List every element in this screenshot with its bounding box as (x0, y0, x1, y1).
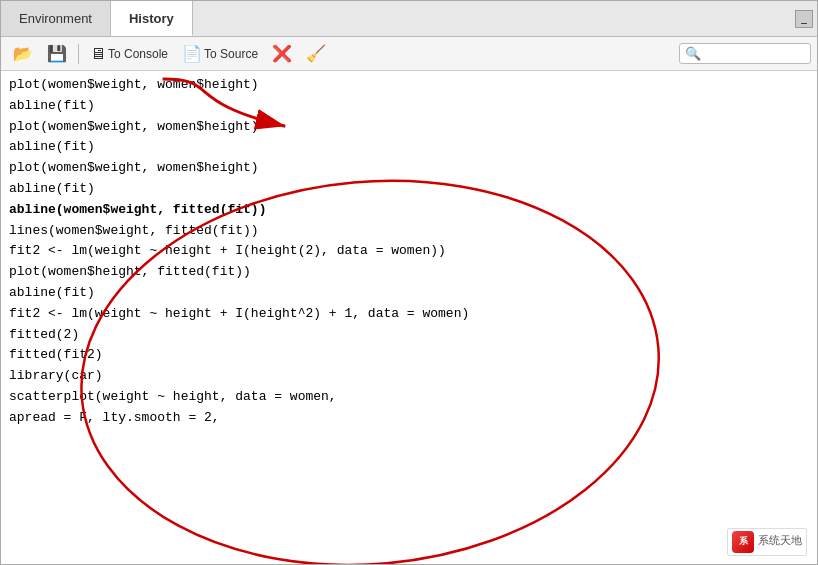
tab-bar: Environment History _ (1, 1, 817, 37)
code-line: plot(women$weight, women$height) (9, 75, 809, 96)
minimize-button[interactable]: _ (795, 10, 813, 28)
code-lines: plot(women$weight, women$height)abline(f… (9, 75, 809, 429)
load-button[interactable]: 📂 (7, 41, 39, 66)
main-window: Environment History _ 📂 💾 🖥 To Console 📄… (0, 0, 818, 565)
code-line: abline(fit) (9, 96, 809, 117)
code-line: fit2 <- lm(weight ~ height + I(height(2)… (9, 241, 809, 262)
code-line: abline(fit) (9, 137, 809, 158)
watermark: 系 系统天地 (727, 528, 807, 556)
to-source-button[interactable]: 📄 To Source (176, 41, 264, 66)
broom-button[interactable]: 🧹 (300, 41, 332, 66)
code-area[interactable]: plot(women$weight, women$height)abline(f… (1, 71, 817, 564)
code-line: fitted(2) (9, 325, 809, 346)
tab-history[interactable]: History (111, 1, 193, 36)
code-line: plot(women$height, fitted(fit)) (9, 262, 809, 283)
code-line: abline(women$weight, fitted(fit)) (9, 200, 809, 221)
broom-icon: 🧹 (306, 44, 326, 63)
to-source-icon: 📄 (182, 44, 202, 63)
code-line: abline(fit) (9, 283, 809, 304)
tab-environment[interactable]: Environment (1, 1, 111, 36)
search-icon: 🔍 (685, 46, 701, 61)
code-line: plot(women$weight, women$height) (9, 117, 809, 138)
code-line: plot(women$weight, women$height) (9, 158, 809, 179)
to-console-button[interactable]: 🖥 To Console (84, 42, 174, 66)
tab-spacer (193, 1, 795, 36)
save-button[interactable]: 💾 (41, 41, 73, 66)
code-line: lines(women$weight, fitted(fit)) (9, 221, 809, 242)
code-line: library(car) (9, 366, 809, 387)
toolbar: 📂 💾 🖥 To Console 📄 To Source ❌ 🧹 🔍 (1, 37, 817, 71)
watermark-text: 系统天地 (758, 533, 802, 551)
code-line: fitted(fit2) (9, 345, 809, 366)
delete-icon: ❌ (272, 44, 292, 63)
code-line: scatterplot(weight ~ height, data = wome… (9, 387, 809, 408)
save-icon: 💾 (47, 44, 67, 63)
delete-button[interactable]: ❌ (266, 41, 298, 66)
to-console-icon: 🖥 (90, 45, 106, 63)
code-line: apread = F, lty.smooth = 2, (9, 408, 809, 429)
code-line: abline(fit) (9, 179, 809, 200)
load-icon: 📂 (13, 44, 33, 63)
search-box[interactable]: 🔍 (679, 43, 811, 64)
separator-1 (78, 44, 79, 64)
code-line: fit2 <- lm(weight ~ height + I(height^2)… (9, 304, 809, 325)
search-input[interactable] (705, 47, 805, 61)
watermark-icon: 系 (732, 531, 754, 553)
